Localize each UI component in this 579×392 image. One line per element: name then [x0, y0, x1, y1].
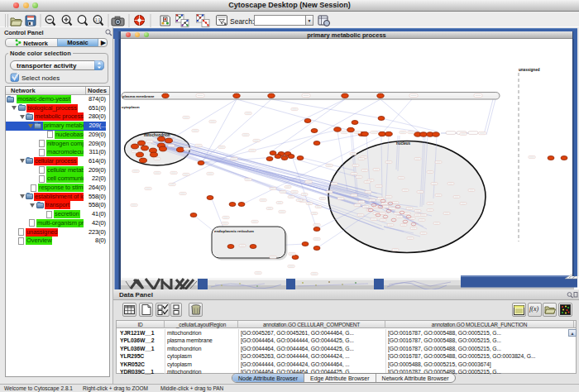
svg-text:unassigned: unassigned [519, 68, 540, 72]
svg-text:1:1: 1:1 [95, 18, 101, 22]
svg-text:cytoplasm: cytoplasm [122, 105, 140, 109]
svg-text:plasma membrane: plasma membrane [122, 94, 155, 98]
svg-text:nucleus: nucleus [396, 141, 411, 146]
svg-text:endoplasmic reticulum: endoplasmic reticulum [214, 229, 254, 233]
